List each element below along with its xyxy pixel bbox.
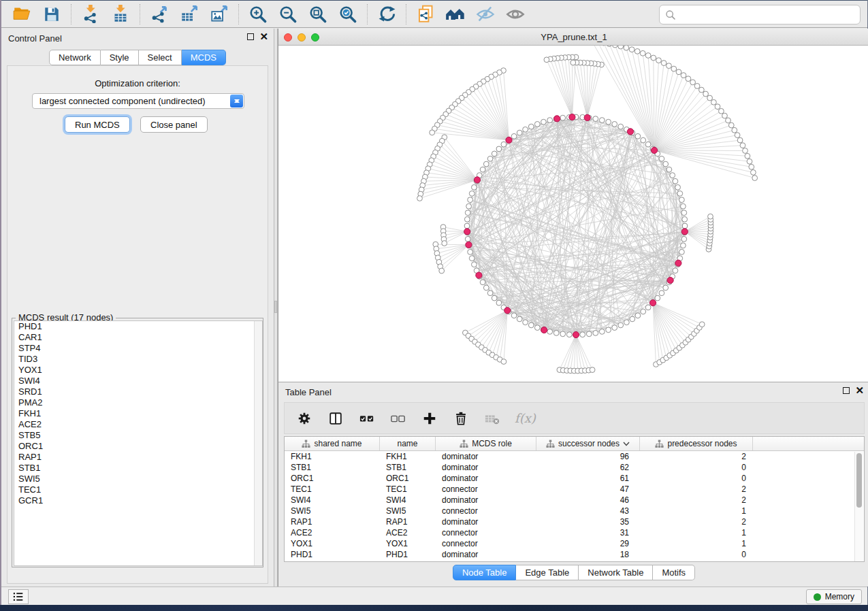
close-panel-icon[interactable]: ✕	[259, 33, 268, 40]
network-node[interactable]	[711, 99, 717, 105]
table-row[interactable]: ORC1ORC1dominator610	[285, 473, 856, 484]
tab-edge-table[interactable]: Edge Table	[516, 565, 579, 580]
network-node[interactable]	[751, 170, 756, 176]
network-node[interactable]	[747, 159, 752, 164]
network-node[interactable]	[517, 316, 522, 322]
network-node[interactable]	[686, 76, 691, 82]
network-node[interactable]	[681, 73, 686, 78]
network-node[interactable]	[641, 137, 646, 143]
network-node[interactable]	[694, 84, 700, 89]
table-cell[interactable]: dominator	[436, 462, 536, 473]
network-node[interactable]	[671, 66, 677, 71]
network-node[interactable]	[511, 133, 517, 139]
network-node[interactable]	[465, 210, 470, 216]
table-cell[interactable]: 2	[640, 484, 753, 495]
network-node[interactable]	[523, 320, 528, 325]
network-node[interactable]	[682, 216, 688, 222]
mcds-result-item[interactable]: ACE2	[14, 419, 262, 430]
mcds-result-item[interactable]: SRD1	[14, 386, 262, 397]
table-cell[interactable]: 0	[640, 473, 753, 484]
table-cell[interactable]: STB1	[285, 462, 380, 473]
network-node[interactable]	[645, 53, 651, 59]
network-node[interactable]	[593, 116, 598, 122]
network-node[interactable]	[492, 151, 497, 156]
network-node[interactable]	[681, 203, 686, 209]
table-cell[interactable]: 47	[536, 484, 640, 495]
close-panel-icon[interactable]: ✕	[855, 387, 864, 394]
network-node[interactable]	[487, 156, 493, 161]
network-node[interactable]	[673, 178, 678, 184]
network-node[interactable]	[663, 285, 669, 291]
table-cell[interactable]: connector	[436, 506, 536, 516]
zoom-selected-button[interactable]	[335, 3, 361, 26]
network-node[interactable]	[599, 329, 605, 335]
mcds-node[interactable]	[541, 327, 547, 333]
network-node[interactable]	[606, 119, 611, 125]
mcds-node[interactable]	[554, 116, 560, 122]
network-node[interactable]	[553, 331, 559, 336]
mcds-result-item[interactable]: ORC1	[14, 441, 262, 452]
network-node[interactable]	[528, 124, 534, 129]
column-header-name[interactable]: name	[380, 437, 436, 450]
network-node[interactable]	[676, 69, 681, 75]
unselect-all-button[interactable]	[389, 410, 407, 427]
network-node[interactable]	[656, 58, 662, 63]
network-node[interactable]	[663, 161, 669, 167]
mcds-node[interactable]	[476, 272, 482, 278]
network-node[interactable]	[469, 191, 475, 197]
hide-details-button[interactable]	[472, 3, 498, 26]
network-node[interactable]	[480, 280, 485, 285]
table-cell[interactable]: dominator	[436, 451, 536, 462]
table-row[interactable]: YOX1YOX1connector291	[285, 538, 856, 549]
apply-layout-button[interactable]	[374, 3, 400, 26]
network-node[interactable]	[607, 46, 612, 46]
network-node[interactable]	[651, 55, 656, 61]
mcds-result-item[interactable]: SWI5	[14, 474, 262, 484]
table-row[interactable]: STB1STB1dominator620	[285, 462, 856, 473]
save-session-button[interactable]	[39, 3, 65, 26]
table-cell[interactable]: 0	[640, 549, 753, 560]
table-row[interactable]: SWI4SWI4dominator462	[285, 495, 856, 506]
table-cell[interactable]: SWI4	[285, 495, 380, 506]
network-node[interactable]	[635, 133, 641, 139]
table-cell[interactable]: 62	[536, 462, 640, 473]
network-node[interactable]	[670, 173, 675, 178]
network-node[interactable]	[613, 46, 618, 48]
mcds-node[interactable]	[652, 147, 658, 153]
network-node[interactable]	[726, 118, 731, 123]
delete-column-button[interactable]	[452, 410, 470, 427]
network-node[interactable]	[442, 241, 447, 246]
network-node[interactable]	[590, 367, 595, 373]
network-node[interactable]	[699, 87, 705, 93]
network-node[interactable]	[464, 216, 470, 222]
network-node[interactable]	[645, 142, 651, 147]
table-cell[interactable]: 2	[640, 495, 753, 506]
network-node[interactable]	[430, 130, 435, 135]
result-list-scrollbar[interactable]	[254, 321, 262, 565]
table-cell[interactable]: TEC1	[285, 484, 380, 495]
mcds-result-item[interactable]: STB5	[14, 430, 262, 441]
export-image-button[interactable]	[206, 3, 232, 26]
network-node[interactable]	[624, 46, 629, 50]
network-node[interactable]	[544, 57, 549, 63]
table-cell[interactable]: TEC1	[380, 484, 436, 495]
network-node[interactable]	[641, 309, 646, 314]
mcds-result-item[interactable]: STP4	[14, 343, 262, 354]
network-node[interactable]	[618, 323, 624, 328]
table-row[interactable]: TEC1TEC1connector472	[285, 484, 856, 495]
column-header-successor-nodes[interactable]: successor nodes	[536, 437, 640, 450]
mcds-node[interactable]	[464, 229, 470, 235]
network-node[interactable]	[690, 80, 696, 85]
network-node[interactable]	[675, 184, 681, 190]
table-cell[interactable]: RAP1	[380, 516, 436, 527]
network-node[interactable]	[682, 223, 688, 229]
network-node[interactable]	[464, 223, 470, 229]
table-cell[interactable]: SWI5	[380, 506, 436, 516]
network-node[interactable]	[673, 268, 678, 274]
table-cell[interactable]: 2	[640, 451, 753, 462]
table-row[interactable]: FKH1FKH1dominator962	[285, 451, 856, 462]
tab-motifs[interactable]: Motifs	[653, 565, 695, 580]
open-session-button[interactable]	[9, 3, 35, 26]
table-cell[interactable]: connector	[436, 538, 536, 549]
table-cell[interactable]: FKH1	[285, 451, 380, 462]
